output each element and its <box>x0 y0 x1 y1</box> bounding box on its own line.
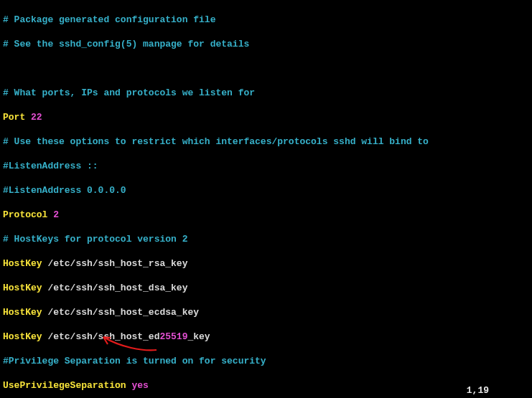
comment-line: #ListenAddress 0.0.0.0 <box>3 184 529 196</box>
comment-line: # Package generated configuration file <box>3 14 529 26</box>
config-line-hostkey: HostKey /etc/ssh/ssh_host_dsa_key <box>3 282 529 294</box>
blank-line <box>3 62 529 75</box>
comment-line: #Privilege Separation is turned on for s… <box>3 355 529 367</box>
editor-content[interactable]: # Package generated configuration file #… <box>0 0 532 398</box>
comment-line: # See the sshd_config(5) manpage for det… <box>3 38 529 50</box>
config-line-port: Port 22 <box>3 111 529 123</box>
comment-line: # What ports, IPs and protocols we liste… <box>3 87 529 99</box>
config-line-protocol: Protocol 2 <box>3 209 529 221</box>
comment-line: #ListenAddress :: <box>3 160 529 172</box>
cursor-position-indicator: 1,19 <box>467 384 489 397</box>
comment-line: # HostKeys for protocol version 2 <box>3 233 529 245</box>
config-line-hostkey: HostKey /etc/ssh/ssh_host_ecdsa_key <box>3 306 529 318</box>
config-line-hostkey: HostKey /etc/ssh/ssh_host_ed25519_key <box>3 331 529 343</box>
config-line-privsep: UsePrivilegeSeparation yes <box>3 379 529 392</box>
comment-line: # Use these options to restrict which in… <box>3 136 529 148</box>
config-line-hostkey: HostKey /etc/ssh/ssh_host_rsa_key <box>3 257 529 270</box>
